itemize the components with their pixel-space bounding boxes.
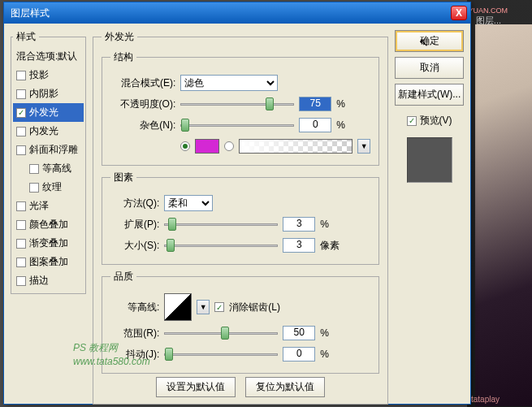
- size-slider[interactable]: [164, 245, 278, 247]
- spread-input[interactable]: 3: [283, 217, 315, 232]
- outer-glow-legend: 外发光: [102, 30, 137, 44]
- checkbox[interactable]: [16, 239, 26, 249]
- contour-dropdown-icon[interactable]: ▼: [197, 300, 210, 314]
- style-label: 等高线: [42, 162, 71, 175]
- style-label: 斜面和浮雕: [29, 143, 78, 157]
- title-bar: 图层样式 X: [4, 2, 470, 24]
- technique-select[interactable]: 柔和: [164, 195, 213, 211]
- size-label: 大小(S):: [110, 239, 159, 253]
- opacity-unit: %: [336, 98, 353, 110]
- elements-legend: 图素: [110, 171, 136, 184]
- style-label: 描边: [29, 274, 49, 288]
- style-item-satin[interactable]: 光泽: [13, 197, 84, 215]
- style-item-contour[interactable]: 等高线: [13, 159, 84, 178]
- bg-tab-label: 图层...: [476, 15, 501, 27]
- range-input[interactable]: 50: [283, 326, 315, 340]
- gradient-radio[interactable]: [224, 141, 234, 151]
- checkbox[interactable]: [16, 220, 26, 230]
- style-item-pattern-overlay[interactable]: 图案叠加: [13, 253, 84, 271]
- jitter-input[interactable]: 0: [283, 347, 315, 362]
- checkbox[interactable]: [29, 183, 39, 193]
- gradient-swatch[interactable]: [239, 139, 353, 154]
- structure-legend: 结构: [110, 50, 136, 64]
- noise-input[interactable]: 0: [299, 118, 331, 132]
- antialias-checkbox[interactable]: [214, 302, 224, 312]
- close-button[interactable]: X: [451, 6, 467, 20]
- new-style-button[interactable]: 新建样式(W)...: [395, 84, 464, 106]
- noise-label: 杂色(N):: [110, 119, 175, 132]
- jitter-unit: %: [320, 349, 336, 360]
- size-input[interactable]: 3: [283, 238, 315, 253]
- range-slider[interactable]: [164, 332, 278, 335]
- styles-group: 样式 混合选项:默认 投影 内阴影 外发光 内发光 斜面和浮雕 等高线 纹理 光…: [11, 30, 86, 294]
- style-label: 内阴影: [29, 87, 58, 101]
- checkbox[interactable]: [16, 145, 26, 155]
- style-label: 渐变叠加: [29, 236, 68, 250]
- jitter-slider[interactable]: [164, 353, 278, 356]
- blend-mode-select[interactable]: 滤色: [180, 75, 278, 91]
- style-label: 纹理: [42, 180, 62, 194]
- blending-options-item[interactable]: 混合选项:默认: [13, 47, 84, 66]
- color-swatch[interactable]: [195, 139, 219, 154]
- blend-mode-label: 混合模式(E):: [110, 76, 175, 90]
- checkbox[interactable]: [16, 89, 26, 99]
- range-label: 范围(R):: [110, 327, 159, 340]
- cancel-button[interactable]: 取消: [395, 57, 464, 79]
- preview-swatch: [407, 137, 452, 183]
- style-item-stroke[interactable]: 描边: [13, 271, 84, 290]
- opacity-input[interactable]: 75: [299, 97, 331, 111]
- checkbox[interactable]: [16, 276, 26, 286]
- style-label: 光泽: [29, 199, 49, 213]
- styles-legend: 样式: [13, 30, 39, 44]
- noise-slider[interactable]: [180, 124, 294, 127]
- reset-default-button[interactable]: 复位为默认值: [245, 377, 325, 397]
- contour-swatch[interactable]: [164, 293, 192, 321]
- spread-unit: %: [320, 219, 336, 230]
- credits-text: tataplay: [471, 395, 500, 404]
- style-item-bevel-emboss[interactable]: 斜面和浮雕: [13, 141, 84, 159]
- style-item-outer-glow[interactable]: 外发光: [13, 103, 84, 122]
- range-unit: %: [320, 327, 336, 339]
- blending-options-label: 混合选项:默认: [16, 50, 77, 63]
- size-unit: 像素: [320, 239, 340, 253]
- gradient-dropdown-icon[interactable]: ▼: [357, 139, 370, 154]
- style-item-inner-glow[interactable]: 内发光: [13, 122, 84, 141]
- preview-checkbox[interactable]: [407, 116, 417, 126]
- elements-group: 图素 方法(Q): 柔和 扩展(P): 3 % 大小(S): 3: [102, 171, 379, 265]
- opacity-label: 不透明度(O):: [110, 97, 175, 111]
- style-item-gradient-overlay[interactable]: 渐变叠加: [13, 234, 84, 253]
- structure-group: 结构 混合模式(E): 滤色 不透明度(O): 75 % 杂色(N):: [102, 50, 379, 166]
- style-label: 内发光: [29, 124, 58, 138]
- noise-unit: %: [336, 119, 353, 131]
- preview-label: 预览(V): [420, 114, 452, 128]
- contour-label: 等高线:: [110, 301, 159, 314]
- checkbox[interactable]: [16, 108, 26, 118]
- style-label: 投影: [29, 68, 49, 82]
- watermark-text: PS 教程网 www.tata580.com: [73, 341, 150, 369]
- technique-label: 方法(Q):: [110, 197, 159, 210]
- color-radio[interactable]: [180, 141, 190, 151]
- style-item-color-overlay[interactable]: 颜色叠加: [13, 215, 84, 234]
- make-default-button[interactable]: 设置为默认值: [156, 377, 236, 397]
- style-item-inner-shadow[interactable]: 内阴影: [13, 84, 84, 103]
- quality-legend: 品质: [110, 270, 136, 284]
- checkbox[interactable]: [16, 258, 26, 267]
- spread-slider[interactable]: [164, 223, 278, 226]
- ok-button[interactable]: 确定: [395, 30, 464, 52]
- style-item-texture[interactable]: 纹理: [13, 178, 84, 197]
- style-label: 外发光: [29, 106, 58, 119]
- spread-label: 扩展(P):: [110, 218, 159, 232]
- checkbox[interactable]: [16, 71, 26, 80]
- antialias-label: 消除锯齿(L): [229, 301, 280, 314]
- style-label: 图案叠加: [29, 255, 68, 269]
- style-label: 颜色叠加: [29, 218, 68, 232]
- checkbox[interactable]: [16, 201, 26, 211]
- checkbox[interactable]: [29, 164, 39, 174]
- style-item-drop-shadow[interactable]: 投影: [13, 66, 84, 84]
- opacity-slider[interactable]: [180, 103, 294, 106]
- dialog-title: 图层样式: [7, 6, 50, 20]
- checkbox[interactable]: [16, 127, 26, 136]
